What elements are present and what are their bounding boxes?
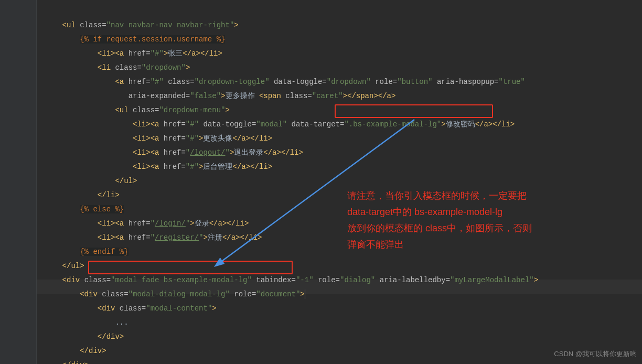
code-line: {% if request.session.username %}: [45, 35, 225, 44]
code-line: {% endif %}: [45, 248, 129, 256]
code-line: </div>: [45, 347, 106, 355]
code-line: </ul>: [45, 177, 137, 185]
code-line: <li><a href="/register/">注册</a></li>: [45, 233, 262, 242]
code-line: <div class="modal-dialog modal-lg" role=…: [45, 290, 305, 298]
annotation-text: 请注意，当你引入模态框的时候，一定要把 data-target中的 bs-exa…: [347, 188, 532, 253]
code-line: <div class="modal-content">: [45, 304, 217, 313]
code-line: <a href="#" class="dropdown-toggle" data…: [45, 78, 525, 86]
line-gutter: [0, 0, 37, 364]
code-line: aria-expanded="false">更多操作 <span class="…: [45, 92, 395, 100]
code-line: <div class="modal fade bs-example-modal-…: [45, 276, 538, 284]
highlight-box-modal-class: [88, 261, 293, 274]
code-line: ...: [45, 318, 129, 327]
code-line: <ul class="nav navbar-nav navbar-right">: [45, 21, 239, 29]
code-line: </li>: [45, 191, 120, 199]
code-line: </div>: [45, 361, 89, 364]
text-cursor: [305, 290, 305, 299]
code-line: <li><a href="/logout/">退出登录</a></li>: [45, 148, 303, 157]
code-line: <li><a href="/login/">登录</a></li>: [45, 219, 249, 228]
code-line: <li><a href="#" data-toggle="modal" data…: [45, 120, 515, 129]
watermark: CSDN @我可以将你更新哟: [554, 347, 637, 361]
code-line: <li><a href="#">张三</a></li>: [45, 49, 222, 58]
code-line: </div>: [45, 333, 124, 341]
code-line: {% else %}: [45, 205, 124, 213]
code-line: <li><a href="#">后台管理</a></li>: [45, 163, 272, 171]
code-area[interactable]: <ul class="nav navbar-nav navbar-right">…: [45, 4, 538, 364]
code-line: <li class="dropdown">: [45, 63, 190, 72]
code-line: <li><a href="#">更改头像</a></li>: [45, 134, 272, 143]
highlight-box-data-target: [335, 104, 493, 118]
code-line: <ul class="dropdown-menu">: [45, 106, 230, 114]
code-line: </ul>: [45, 262, 84, 270]
